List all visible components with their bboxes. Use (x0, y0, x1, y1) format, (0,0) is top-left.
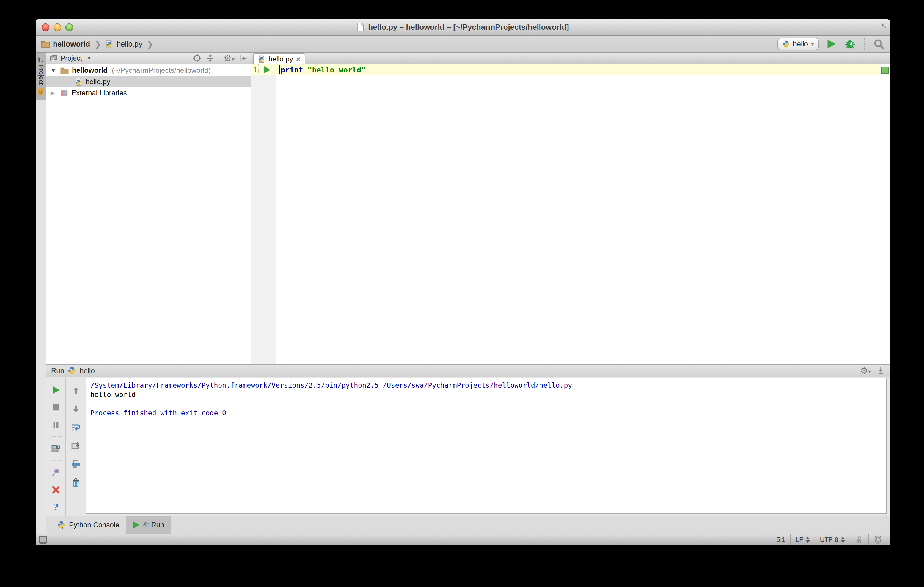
console-command-line: /System/Library/Frameworks/Python.framew… (91, 381, 882, 390)
breadcrumb-file[interactable]: hello.py (117, 40, 142, 48)
tree-row-libraries[interactable]: ▶ External Libraries (46, 87, 251, 99)
up-stack-trace-button[interactable] (66, 381, 86, 400)
line-separator-value: LF (795, 536, 803, 544)
code-string: "hello world" (307, 66, 366, 74)
collapse-arrow-icon[interactable]: ▶ (51, 90, 57, 96)
pin-tab-button[interactable] (46, 464, 65, 481)
code-area[interactable]: print "hello world" (276, 64, 879, 363)
readonly-lock-widget[interactable] (850, 534, 868, 546)
code-keyword: print (280, 66, 303, 74)
run-configuration-name: hello (793, 40, 808, 48)
run-panel-header: Run hello ⚙▾ (46, 365, 890, 377)
run-line-marker[interactable] (259, 66, 276, 73)
breadcrumb-project[interactable]: helloworld (53, 40, 90, 48)
run-arrow-icon (264, 66, 270, 73)
help-icon: ? (53, 501, 59, 513)
debug-button[interactable] (844, 38, 856, 50)
window-controls (41, 23, 73, 31)
status-bar: 5:1 LF UTF-8 (36, 534, 890, 546)
soft-wrap-icon (71, 423, 81, 432)
breadcrumb: helloworld ❯ hello.py ❯ (41, 39, 155, 49)
tree-libraries-label: External Libraries (71, 89, 127, 97)
print-button[interactable] (66, 455, 86, 474)
project-panel-title[interactable]: Project (61, 54, 82, 62)
zoom-window-button[interactable] (65, 23, 73, 31)
run-settings-button[interactable]: ⚙▾ (860, 366, 871, 375)
pin-icon (51, 468, 61, 477)
run-button[interactable] (825, 38, 837, 50)
soft-wrap-button[interactable] (66, 418, 86, 437)
rerun-button[interactable] (46, 381, 65, 399)
editor-body[interactable]: 1 print "hello world" (251, 64, 890, 363)
title-bar: hello.py – helloworld – [~/PycharmProjec… (36, 19, 890, 36)
search-icon[interactable] (873, 38, 885, 50)
chevron-down-icon[interactable]: ▼ (87, 55, 92, 61)
project-stripe-icon (37, 88, 45, 95)
toggle-toolwindow-bars-button[interactable] (39, 536, 47, 543)
encoding-widget[interactable]: UTF-8 (815, 534, 850, 546)
editor-area: hello.py × 1 print "hello world" (251, 53, 890, 363)
scroll-to-end-button[interactable] (66, 437, 86, 455)
header-separator (219, 54, 219, 62)
editor-gutter: 1 (251, 64, 276, 363)
locate-icon[interactable] (193, 54, 201, 62)
expand-arrow-icon[interactable]: ▼ (51, 67, 57, 74)
close-icon (51, 485, 60, 494)
tool-window-tab-strip: Python Console 4: Run (46, 516, 890, 534)
project-panel-header: Project ▼ (46, 53, 251, 64)
text-caret (279, 65, 280, 74)
ide-body: 1: Project (36, 53, 890, 534)
gear-icon: ⚙ (224, 53, 232, 63)
tree-row-file[interactable]: hello.py (46, 76, 251, 87)
editor-tab-label: hello.py (269, 55, 293, 63)
updown-arrows-icon (841, 537, 845, 543)
collapse-all-icon[interactable] (206, 54, 214, 62)
run-tab[interactable]: 4: Run (126, 516, 171, 534)
python-console-tab-label: Python Console (69, 521, 119, 529)
stop-button[interactable] (46, 399, 65, 416)
run-toolbar: ? (46, 377, 86, 516)
pause-icon (51, 420, 60, 429)
code-line-1: print "hello world" (276, 64, 879, 76)
error-stripe[interactable] (879, 64, 890, 363)
project-folder-icon (60, 67, 69, 74)
toolbar-separator (864, 38, 865, 49)
line-separator-widget[interactable]: LF (790, 534, 815, 546)
run-panel-body: ? (46, 377, 890, 516)
console-layout-icon (51, 444, 61, 453)
run-console-output[interactable]: /System/Library/Frameworks/Python.framew… (86, 378, 886, 514)
resize-grip-icon[interactable]: ⇱ (881, 21, 886, 30)
highlighting-level-widget[interactable] (868, 534, 887, 546)
tree-row-root[interactable]: ▼ helloworld (~/PycharmProjects/hellowor… (46, 65, 251, 76)
stop-icon (51, 403, 60, 412)
run-configuration-select[interactable]: hello ▾ (777, 38, 819, 50)
arrow-down-icon (71, 404, 80, 414)
panel-settings-button[interactable]: ⚙▾ (224, 54, 234, 63)
chevron-down-icon: ▾ (868, 368, 871, 375)
close-console-button[interactable] (46, 481, 65, 498)
line-number: 1 (251, 64, 259, 76)
right-margin-line (779, 64, 779, 363)
run-panel-tab-name[interactable]: hello (80, 367, 95, 375)
show-console-layout-button[interactable] (46, 440, 65, 457)
close-window-button[interactable] (41, 23, 50, 31)
python-file-icon (258, 55, 266, 63)
close-tab-icon[interactable]: × (296, 56, 300, 62)
editor-tab-hello-py[interactable]: hello.py × (253, 53, 305, 64)
help-button[interactable]: ? (46, 498, 65, 516)
python-console-tab[interactable]: Python Console (51, 516, 126, 534)
project-view-icon (50, 54, 58, 62)
hide-panel-icon[interactable] (239, 54, 248, 62)
clear-all-button[interactable] (66, 474, 86, 492)
run-tab-play-icon (133, 521, 139, 529)
minimize-window-button[interactable] (53, 23, 61, 31)
tree-file-name: hello.py (86, 77, 110, 86)
pause-output-button[interactable] (46, 416, 65, 433)
caret-position-widget[interactable]: 5:1 (771, 534, 790, 546)
hide-panel-down-icon[interactable] (876, 366, 885, 375)
chevron-right-icon: ❯ (147, 39, 153, 49)
inspection-ok-indicator[interactable] (881, 67, 889, 74)
project-tool-window-tab[interactable]: 1: Project (36, 53, 46, 100)
chevron-down-icon: ▾ (811, 40, 814, 48)
down-stack-trace-button[interactable] (66, 400, 86, 418)
